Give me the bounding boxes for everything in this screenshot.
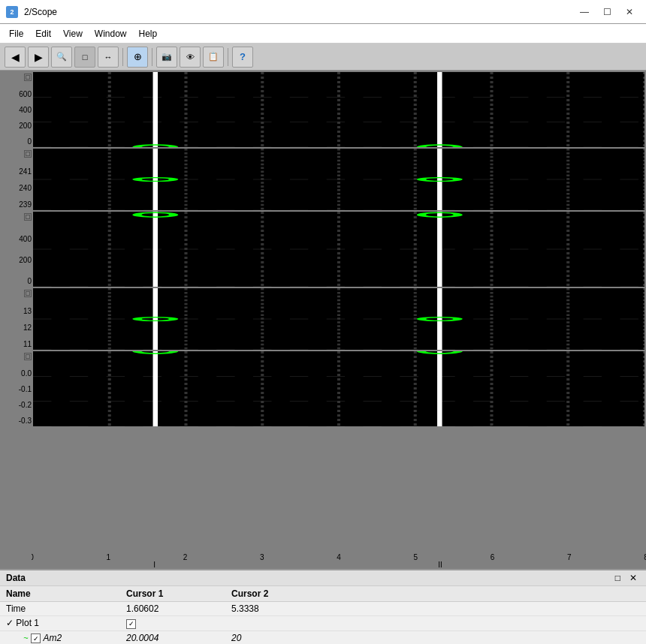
- data-panel-title: Data: [6, 573, 26, 583]
- data-table: Name Cursor 1 Cursor 2 Time 1.60602 5.33…: [0, 586, 646, 644]
- plot-panel-1: 6004002000: [2, 72, 644, 147]
- col-name: Name: [0, 586, 120, 602]
- svg-text:5: 5: [413, 553, 418, 561]
- svg-text:1: 1: [106, 553, 110, 561]
- svg-text:3: 3: [260, 553, 264, 561]
- table-row: ~ ✓ Am2 20.0004 20: [0, 630, 646, 644]
- separator-1: [122, 48, 123, 66]
- help-button[interactable]: ?: [232, 47, 253, 68]
- y-axis-1: 6004002000: [2, 72, 33, 147]
- col-extra: [315, 586, 646, 602]
- plot1-checkbox[interactable]: ✓: [126, 619, 136, 629]
- plot-panel-4: 131211: [2, 288, 644, 350]
- data-panel-restore[interactable]: □: [612, 573, 623, 583]
- table-header-row: Name Cursor 1 Cursor 2: [0, 586, 646, 602]
- data-panel-controls: □ ✕: [612, 573, 640, 583]
- fit-button[interactable]: ↔: [98, 47, 119, 68]
- plot1-header: ✓ Plot 1: [0, 616, 120, 631]
- menu-help[interactable]: Help: [133, 27, 164, 41]
- minimize-button[interactable]: —: [574, 3, 595, 21]
- cursor-button[interactable]: ⊕: [127, 47, 148, 68]
- app-icon: 2: [6, 6, 18, 18]
- y-axis-2: 241240239: [2, 149, 33, 210]
- svg-text:6: 6: [491, 553, 495, 561]
- view-button[interactable]: 👁: [180, 47, 201, 68]
- param-button[interactable]: 📋: [203, 47, 224, 68]
- window-controls: — ☐ ✕: [574, 3, 640, 21]
- table-row: ✓ Plot 1 ✓: [0, 616, 646, 631]
- zoom-region-button[interactable]: □: [74, 47, 95, 68]
- forward-button[interactable]: ▶: [28, 47, 49, 68]
- menu-view[interactable]: View: [57, 27, 89, 41]
- menu-window[interactable]: Window: [89, 27, 133, 41]
- menu-edit[interactable]: Edit: [29, 27, 57, 41]
- y-axis-4: 131211: [2, 288, 33, 350]
- am2-checkbox[interactable]: ✓: [31, 633, 41, 643]
- svg-text:2: 2: [183, 553, 188, 561]
- plot-canvas-3: [33, 212, 644, 287]
- plot-canvas-2: [33, 149, 644, 210]
- plot-panel-3: 4002000: [2, 212, 644, 287]
- zoom-out-button[interactable]: 🔍: [51, 47, 72, 68]
- svg-text:I: I: [153, 561, 155, 567]
- table-row: Time 1.60602 5.3338: [0, 602, 646, 616]
- x-axis-area: 0 1 2 3 4 5 6 7 8 I II: [0, 549, 646, 569]
- screenshot-button[interactable]: 📷: [156, 47, 177, 68]
- data-panel-header: Data □ ✕: [0, 570, 646, 586]
- time-label: Time: [0, 602, 120, 616]
- menu-file[interactable]: File: [3, 27, 29, 41]
- y-axis-5: 0.0-0.1-0.2-0.3: [2, 351, 33, 426]
- close-button[interactable]: ✕: [619, 3, 640, 21]
- plot-canvas-5: [33, 351, 644, 426]
- data-panel: Data □ ✕ Name Cursor 1 Cursor 2 Time 1.6…: [0, 569, 646, 644]
- maximize-button[interactable]: ☐: [596, 3, 617, 21]
- col-cursor1: Cursor 1: [120, 586, 225, 602]
- time-cursor1: 1.60602: [120, 602, 225, 616]
- back-button[interactable]: ◀: [5, 47, 26, 68]
- separator-2: [152, 48, 152, 66]
- col-cursor2: Cursor 2: [225, 586, 315, 602]
- menu-bar: File Edit View Window Help: [0, 24, 646, 44]
- am2-label: ~ ✓ Am2: [0, 630, 120, 644]
- svg-text:II: II: [438, 561, 442, 567]
- svg-text:0: 0: [32, 553, 34, 561]
- am2-cursor2: 20: [225, 630, 315, 644]
- svg-text:7: 7: [567, 553, 572, 561]
- separator-3: [228, 48, 228, 66]
- svg-text:4: 4: [337, 553, 341, 561]
- plot-canvas-4: [33, 288, 644, 350]
- time-cursor2: 5.3338: [225, 602, 315, 616]
- data-panel-close[interactable]: ✕: [626, 573, 640, 583]
- plot-panel-5: 0.0-0.1-0.2-0.3: [2, 351, 644, 426]
- title-bar: 2 2/Scope — ☐ ✕: [0, 0, 646, 24]
- toolbar: ◀ ▶ 🔍 □ ↔ ⊕ 📷 👁 📋 ?: [0, 44, 646, 71]
- am2-cursor1: 20.0004: [120, 630, 225, 644]
- plot-canvas-1: [33, 72, 644, 147]
- y-axis-3: 4002000: [2, 212, 33, 287]
- scope-area: 6004002000 241240239 4002000 131211: [0, 71, 646, 549]
- plot-panel-2: 241240239: [2, 149, 644, 210]
- window-title: 2/Scope: [24, 7, 57, 17]
